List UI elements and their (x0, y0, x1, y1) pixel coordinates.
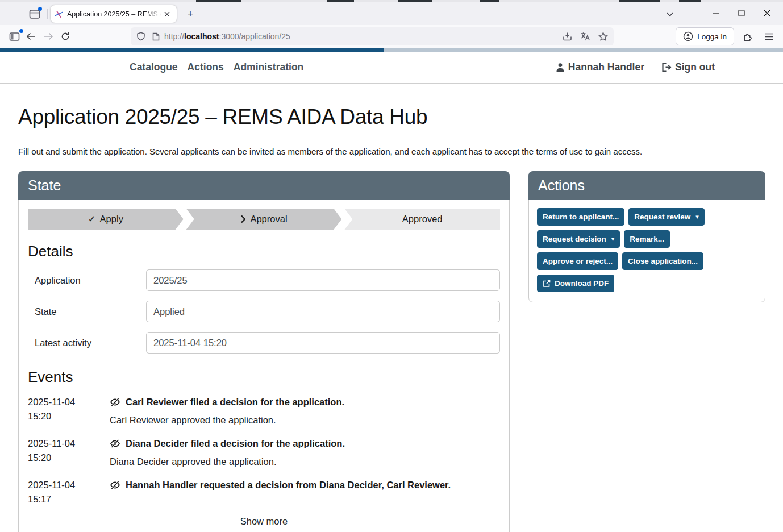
firefox-view-icon (29, 9, 40, 19)
event-content: Hannah Handler requested a decision from… (110, 478, 500, 506)
window-minimize-button[interactable] (703, 4, 728, 22)
event-comment: Carl Reviewer approved the application. (110, 413, 500, 427)
menu-hamburger-icon[interactable] (760, 28, 777, 44)
toolbar-right-group: Logga in (676, 27, 777, 45)
event-timestamp: 2025-11-04 15:17 (28, 478, 110, 506)
application-phases: ✓ Apply Approval Approved (28, 209, 500, 230)
browser-tab-active[interactable]: Application 2025/25 – REMS AI (51, 5, 177, 23)
phase-approved: Approved (344, 209, 500, 230)
not-visible-to-applicant-icon (110, 439, 120, 448)
state-panel: State ✓ Apply Approval (18, 171, 510, 532)
event-date: 2025-11-04 (28, 478, 110, 492)
event-title: Diana Decider filed a decision for the a… (110, 437, 500, 451)
show-more-button[interactable]: Show more (240, 516, 288, 527)
event-content: Diana Decider filed a decision for the a… (110, 437, 500, 468)
state-field[interactable] (146, 301, 500, 322)
event-item: 2025-11-04 15:20 Diana Decider filed a d… (28, 437, 500, 468)
nav-link-catalogue[interactable]: Catalogue (130, 61, 178, 73)
rems-favicon (55, 10, 63, 18)
new-tab-button[interactable]: + (183, 7, 198, 21)
event-title: Carl Reviewer filed a decision for the a… (110, 395, 500, 409)
user-icon (556, 63, 565, 72)
field-label: State (35, 306, 146, 317)
event-timestamp: 2025-11-04 15:20 (28, 437, 110, 468)
approve-or-reject-button[interactable]: Approve or reject... (537, 252, 618, 270)
actions-panel-body: Return to applicant...Request review▾Req… (528, 200, 765, 302)
browser-toolbar: http://localhost:3000/application/25 Log… (0, 25, 783, 48)
nav-user-area: Hannah Handler Sign out (556, 61, 715, 73)
nav-link-actions[interactable]: Actions (188, 61, 224, 73)
event-timestamp: 2025-11-04 15:20 (28, 395, 110, 427)
phase-label: Approved (402, 214, 443, 225)
list-all-tabs-button[interactable] (663, 8, 677, 20)
firefox-view-button[interactable] (26, 7, 43, 22)
return-to-applicant-button[interactable]: Return to applicant... (537, 208, 624, 226)
event-date: 2025-11-04 (28, 395, 110, 409)
window-maximize-button[interactable] (729, 4, 754, 22)
reload-button[interactable] (57, 28, 74, 44)
button-label: Request decision (543, 235, 606, 243)
field-label: Latest activity (35, 338, 146, 348)
download-pdf-button[interactable]: Download PDF (537, 275, 614, 292)
latest-activity-field[interactable] (146, 332, 500, 354)
button-label: Request review (634, 213, 690, 221)
close-application-button[interactable]: Close application... (622, 252, 703, 270)
tab-close-icon[interactable] (161, 9, 173, 20)
sign-out-button[interactable]: Sign out (661, 61, 715, 73)
button-label: Close application... (628, 257, 698, 265)
remark-button[interactable]: Remark... (624, 230, 670, 248)
tab-title: Application 2025/25 – REMS AI (67, 10, 161, 18)
page-title: Application 2025/25 – REMS AIDA Data Hub (18, 105, 765, 129)
caret-down-icon: ▾ (695, 213, 699, 221)
phase-approval: Approval (186, 209, 342, 230)
request-decision-button[interactable]: Request decision▾ (537, 230, 620, 248)
window-close-button[interactable] (755, 4, 780, 22)
notification-dot (38, 7, 42, 11)
not-visible-to-applicant-icon (110, 480, 120, 490)
downloads-icon[interactable] (563, 32, 572, 41)
left-column: State ✓ Apply Approval (18, 171, 510, 532)
url-path: :3000/application/25 (219, 32, 290, 41)
field-row-state: State (35, 301, 500, 322)
divider (47, 9, 48, 19)
event-time: 15:20 (28, 451, 110, 465)
nav-link-administration[interactable]: Administration (234, 61, 303, 73)
bookmark-star-icon[interactable] (598, 32, 608, 41)
user-name: Hannah Handler (568, 61, 644, 73)
shield-icon[interactable] (136, 32, 145, 41)
url-bar[interactable]: http://localhost:3000/application/25 (131, 27, 614, 45)
event-comment: Diana Decider approved the application. (110, 455, 500, 468)
application-id-field[interactable] (146, 269, 500, 291)
site-header: Catalogue Actions Administration Hannah … (0, 52, 783, 84)
event-title-text: Hannah Handler requested a decision from… (126, 478, 451, 492)
page-content: Application 2025/25 – REMS AIDA Data Hub… (0, 84, 783, 532)
event-item: 2025-11-04 15:17 Hannah Handler requeste… (28, 478, 500, 506)
page-info-icon[interactable] (152, 32, 160, 41)
phase-label: Apply (100, 214, 123, 225)
not-visible-to-applicant-icon (110, 397, 120, 407)
button-label: Return to applicant... (543, 213, 619, 221)
content-columns: State ✓ Apply Approval (18, 171, 765, 532)
details-heading: Details (28, 243, 500, 260)
event-content: Carl Reviewer filed a decision for the a… (110, 395, 500, 427)
url-bar-action-icons (563, 32, 608, 41)
events-heading: Events (28, 368, 500, 386)
button-label: Remark... (630, 235, 664, 243)
event-date: 2025-11-04 (28, 437, 110, 451)
sign-out-icon (661, 63, 672, 72)
account-icon (683, 31, 693, 41)
field-label: Application (35, 275, 146, 286)
current-user: Hannah Handler (556, 61, 644, 73)
translate-icon[interactable] (580, 32, 590, 41)
button-label: Approve or reject... (543, 257, 613, 265)
firefox-account-button[interactable]: Logga in (676, 27, 734, 45)
sidebar-toggle-button[interactable] (6, 28, 23, 44)
forward-button[interactable] (40, 28, 57, 44)
back-button[interactable] (23, 28, 40, 44)
url-text[interactable]: http://localhost:3000/application/25 (164, 32, 558, 41)
extensions-icon[interactable] (739, 28, 756, 44)
event-time: 15:20 (28, 409, 110, 423)
request-review-button[interactable]: Request review▾ (628, 208, 705, 226)
actions-panel: Actions Return to applicant...Request re… (528, 171, 765, 302)
state-panel-title: State (18, 171, 510, 200)
